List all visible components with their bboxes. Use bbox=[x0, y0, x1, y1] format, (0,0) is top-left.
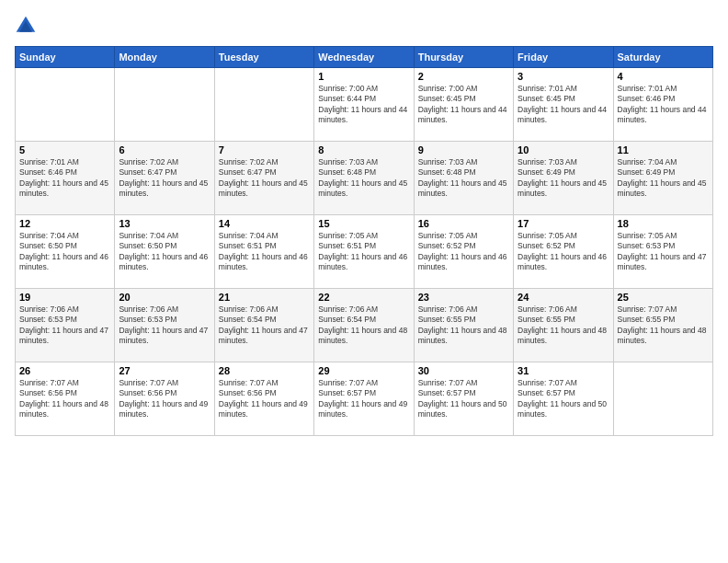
day-cell: 14Sunrise: 7:04 AM Sunset: 6:51 PM Dayli… bbox=[214, 215, 313, 289]
day-cell: 29Sunrise: 7:07 AM Sunset: 6:57 PM Dayli… bbox=[314, 362, 414, 436]
day-cell bbox=[16, 68, 115, 142]
day-number: 15 bbox=[318, 218, 409, 229]
day-cell bbox=[214, 68, 313, 142]
day-info: Sunrise: 7:05 AM Sunset: 6:53 PM Dayligh… bbox=[618, 231, 709, 273]
day-cell: 21Sunrise: 7:06 AM Sunset: 6:54 PM Dayli… bbox=[214, 289, 313, 362]
logo-icon bbox=[15, 15, 37, 37]
day-info: Sunrise: 7:07 AM Sunset: 6:57 PM Dayligh… bbox=[518, 378, 609, 420]
day-cell: 18Sunrise: 7:05 AM Sunset: 6:53 PM Dayli… bbox=[613, 215, 712, 289]
day-cell: 13Sunrise: 7:04 AM Sunset: 6:50 PM Dayli… bbox=[115, 215, 214, 289]
day-info: Sunrise: 7:06 AM Sunset: 6:55 PM Dayligh… bbox=[418, 304, 509, 347]
day-number: 12 bbox=[19, 218, 110, 229]
day-info: Sunrise: 7:06 AM Sunset: 6:53 PM Dayligh… bbox=[119, 304, 210, 347]
day-number: 24 bbox=[518, 292, 609, 303]
day-cell bbox=[613, 362, 712, 436]
day-info: Sunrise: 7:02 AM Sunset: 6:47 PM Dayligh… bbox=[219, 157, 310, 200]
day-cell: 25Sunrise: 7:07 AM Sunset: 6:55 PM Dayli… bbox=[613, 289, 712, 362]
day-number: 30 bbox=[418, 365, 509, 376]
day-cell: 16Sunrise: 7:05 AM Sunset: 6:52 PM Dayli… bbox=[414, 215, 513, 289]
day-number: 17 bbox=[518, 218, 609, 229]
day-info: Sunrise: 7:07 AM Sunset: 6:57 PM Dayligh… bbox=[418, 378, 509, 420]
day-number: 8 bbox=[318, 144, 409, 155]
day-number: 11 bbox=[618, 144, 709, 155]
day-number: 27 bbox=[119, 365, 210, 376]
day-cell: 15Sunrise: 7:05 AM Sunset: 6:51 PM Dayli… bbox=[314, 215, 414, 289]
day-info: Sunrise: 7:03 AM Sunset: 6:49 PM Dayligh… bbox=[518, 157, 609, 200]
week-row-5: 26Sunrise: 7:07 AM Sunset: 6:56 PM Dayli… bbox=[16, 362, 713, 436]
calendar-page: SundayMondayTuesdayWednesdayThursdayFrid… bbox=[0, 0, 728, 563]
day-number: 16 bbox=[418, 218, 509, 229]
day-cell: 26Sunrise: 7:07 AM Sunset: 6:56 PM Dayli… bbox=[16, 362, 115, 436]
day-info: Sunrise: 7:06 AM Sunset: 6:54 PM Dayligh… bbox=[219, 304, 310, 347]
weekday-header-friday: Friday bbox=[514, 47, 613, 68]
weekday-header-tuesday: Tuesday bbox=[214, 47, 313, 68]
day-info: Sunrise: 7:07 AM Sunset: 6:56 PM Dayligh… bbox=[19, 378, 110, 420]
day-cell: 28Sunrise: 7:07 AM Sunset: 6:56 PM Dayli… bbox=[214, 362, 313, 436]
day-number: 1 bbox=[318, 71, 409, 82]
calendar-header: SundayMondayTuesdayWednesdayThursdayFrid… bbox=[16, 47, 713, 68]
day-number: 5 bbox=[19, 144, 110, 155]
day-number: 18 bbox=[618, 218, 709, 229]
logo bbox=[15, 15, 40, 37]
day-cell: 22Sunrise: 7:06 AM Sunset: 6:54 PM Dayli… bbox=[314, 289, 414, 362]
day-cell: 4Sunrise: 7:01 AM Sunset: 6:46 PM Daylig… bbox=[613, 68, 712, 142]
day-number: 29 bbox=[318, 365, 409, 376]
day-cell bbox=[115, 68, 214, 142]
day-info: Sunrise: 7:04 AM Sunset: 6:49 PM Dayligh… bbox=[618, 157, 709, 200]
day-number: 7 bbox=[219, 144, 310, 155]
day-cell: 7Sunrise: 7:02 AM Sunset: 6:47 PM Daylig… bbox=[214, 142, 313, 215]
weekday-header-thursday: Thursday bbox=[414, 47, 513, 68]
day-cell: 1Sunrise: 7:00 AM Sunset: 6:44 PM Daylig… bbox=[314, 68, 414, 142]
day-info: Sunrise: 7:04 AM Sunset: 6:50 PM Dayligh… bbox=[119, 231, 210, 273]
weekday-row: SundayMondayTuesdayWednesdayThursdayFrid… bbox=[16, 47, 713, 68]
day-info: Sunrise: 7:01 AM Sunset: 6:46 PM Dayligh… bbox=[618, 84, 709, 126]
day-number: 13 bbox=[119, 218, 210, 229]
day-cell: 5Sunrise: 7:01 AM Sunset: 6:46 PM Daylig… bbox=[16, 142, 115, 215]
day-info: Sunrise: 7:07 AM Sunset: 6:56 PM Dayligh… bbox=[119, 378, 210, 420]
day-info: Sunrise: 7:05 AM Sunset: 6:52 PM Dayligh… bbox=[518, 231, 609, 273]
day-cell: 11Sunrise: 7:04 AM Sunset: 6:49 PM Dayli… bbox=[613, 142, 712, 215]
day-cell: 24Sunrise: 7:06 AM Sunset: 6:55 PM Dayli… bbox=[514, 289, 613, 362]
week-row-2: 5Sunrise: 7:01 AM Sunset: 6:46 PM Daylig… bbox=[16, 142, 713, 215]
day-info: Sunrise: 7:04 AM Sunset: 6:50 PM Dayligh… bbox=[19, 231, 110, 273]
day-info: Sunrise: 7:01 AM Sunset: 6:46 PM Dayligh… bbox=[19, 157, 110, 200]
day-cell: 30Sunrise: 7:07 AM Sunset: 6:57 PM Dayli… bbox=[414, 362, 513, 436]
day-number: 19 bbox=[19, 292, 110, 303]
day-info: Sunrise: 7:06 AM Sunset: 6:53 PM Dayligh… bbox=[19, 304, 110, 347]
calendar-table: SundayMondayTuesdayWednesdayThursdayFrid… bbox=[15, 46, 713, 436]
day-info: Sunrise: 7:03 AM Sunset: 6:48 PM Dayligh… bbox=[318, 157, 409, 200]
day-info: Sunrise: 7:07 AM Sunset: 6:56 PM Dayligh… bbox=[219, 378, 310, 420]
day-info: Sunrise: 7:06 AM Sunset: 6:54 PM Dayligh… bbox=[318, 304, 409, 347]
day-number: 26 bbox=[19, 365, 110, 376]
day-info: Sunrise: 7:07 AM Sunset: 6:57 PM Dayligh… bbox=[318, 378, 409, 420]
day-cell: 10Sunrise: 7:03 AM Sunset: 6:49 PM Dayli… bbox=[514, 142, 613, 215]
day-number: 6 bbox=[119, 144, 210, 155]
week-row-1: 1Sunrise: 7:00 AM Sunset: 6:44 PM Daylig… bbox=[16, 68, 713, 142]
weekday-header-monday: Monday bbox=[115, 47, 214, 68]
day-number: 28 bbox=[219, 365, 310, 376]
day-number: 9 bbox=[418, 144, 509, 155]
weekday-header-wednesday: Wednesday bbox=[314, 47, 414, 68]
day-number: 14 bbox=[219, 218, 310, 229]
day-info: Sunrise: 7:00 AM Sunset: 6:44 PM Dayligh… bbox=[318, 84, 409, 126]
day-number: 31 bbox=[518, 365, 609, 376]
day-info: Sunrise: 7:07 AM Sunset: 6:55 PM Dayligh… bbox=[618, 304, 709, 347]
day-number: 10 bbox=[518, 144, 609, 155]
day-cell: 20Sunrise: 7:06 AM Sunset: 6:53 PM Dayli… bbox=[115, 289, 214, 362]
day-number: 25 bbox=[618, 292, 709, 303]
week-row-3: 12Sunrise: 7:04 AM Sunset: 6:50 PM Dayli… bbox=[16, 215, 713, 289]
day-cell: 31Sunrise: 7:07 AM Sunset: 6:57 PM Dayli… bbox=[514, 362, 613, 436]
header bbox=[15, 15, 713, 37]
day-number: 4 bbox=[618, 71, 709, 82]
day-cell: 3Sunrise: 7:01 AM Sunset: 6:45 PM Daylig… bbox=[514, 68, 613, 142]
weekday-header-saturday: Saturday bbox=[613, 47, 712, 68]
day-cell: 12Sunrise: 7:04 AM Sunset: 6:50 PM Dayli… bbox=[16, 215, 115, 289]
day-info: Sunrise: 7:04 AM Sunset: 6:51 PM Dayligh… bbox=[219, 231, 310, 273]
day-number: 2 bbox=[418, 71, 509, 82]
day-number: 22 bbox=[318, 292, 409, 303]
day-info: Sunrise: 7:05 AM Sunset: 6:52 PM Dayligh… bbox=[418, 231, 509, 273]
day-info: Sunrise: 7:06 AM Sunset: 6:55 PM Dayligh… bbox=[518, 304, 609, 347]
day-info: Sunrise: 7:05 AM Sunset: 6:51 PM Dayligh… bbox=[318, 231, 409, 273]
day-cell: 6Sunrise: 7:02 AM Sunset: 6:47 PM Daylig… bbox=[115, 142, 214, 215]
day-cell: 2Sunrise: 7:00 AM Sunset: 6:45 PM Daylig… bbox=[414, 68, 513, 142]
